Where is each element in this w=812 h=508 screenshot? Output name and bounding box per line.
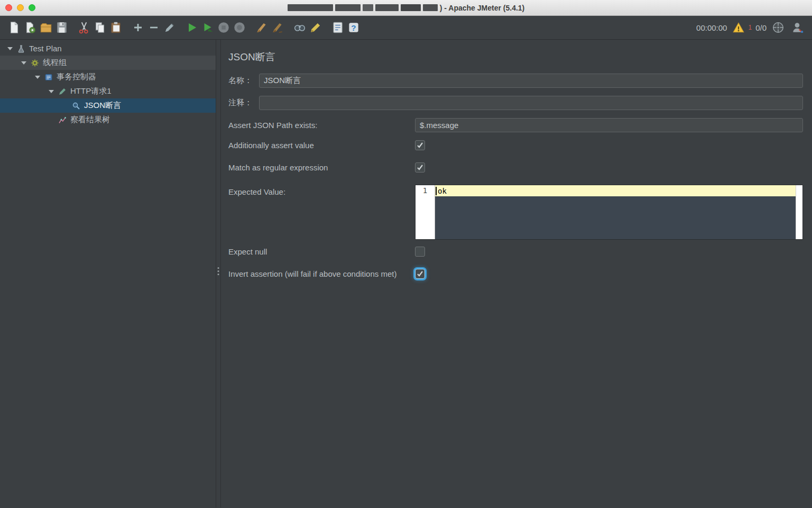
tree-item-label: 线程组 — [43, 58, 67, 68]
traffic-lights — [5, 4, 35, 11]
start-no-timers-icon[interactable] — [200, 20, 216, 35]
redacted-title-block — [288, 4, 333, 11]
test-plan-icon — [17, 44, 25, 53]
open-template-icon[interactable] — [22, 20, 38, 35]
view-results-tree-icon — [58, 116, 67, 124]
divider-grip-icon[interactable] — [218, 267, 219, 275]
tree-item-http-request[interactable]: HTTP请求1 — [0, 84, 216, 98]
minimize-button[interactable] — [17, 4, 24, 11]
shutdown-icon[interactable] — [232, 20, 247, 35]
save-icon[interactable] — [54, 20, 70, 35]
name-input[interactable] — [259, 74, 803, 88]
additionally-assert-label: Additionally assert value — [228, 141, 415, 150]
clear-icon[interactable] — [254, 20, 270, 35]
collapse-arrow-icon[interactable] — [35, 76, 40, 79]
invert-assertion-label: Invert assertion (will fail if above con… — [228, 269, 415, 278]
json-path-input[interactable] — [415, 118, 803, 132]
tree-item-label: JSON断言 — [84, 101, 121, 111]
line-number: 1 — [423, 186, 427, 195]
window-title: ) - Apache JMeter (5.4.1) — [288, 4, 525, 12]
jmeter-window: ) - Apache JMeter (5.4.1) ? 00:00:00 — [0, 0, 812, 507]
json-assertion-icon — [72, 102, 80, 110]
user-settings-icon[interactable] — [790, 20, 806, 35]
expected-value-label: Expected Value: — [228, 185, 415, 196]
toggle-element-icon[interactable] — [162, 20, 178, 35]
warning-icon[interactable] — [731, 20, 746, 35]
editor-scrollbar[interactable] — [796, 185, 802, 239]
thread-group-icon — [31, 59, 39, 67]
new-file-icon[interactable] — [6, 20, 22, 35]
tree-item-json-assertion[interactable]: JSON断言 — [0, 98, 216, 113]
expected-value-row: Expected Value: 1 ok — [228, 185, 803, 240]
redacted-title-block — [363, 4, 373, 11]
match-regex-label: Match as regular expression — [228, 163, 415, 172]
expect-null-row: Expect null — [228, 247, 803, 257]
match-regex-checkbox[interactable] — [415, 162, 425, 173]
invert-assertion-checkbox[interactable] — [415, 269, 425, 279]
match-regex-row: Match as regular expression — [228, 162, 803, 173]
tree-item-label: HTTP请求1 — [70, 86, 112, 96]
split-divider[interactable] — [216, 40, 221, 507]
collapse-arrow-icon[interactable] — [21, 61, 26, 65]
help-icon[interactable]: ? — [346, 20, 362, 35]
tree-item-test-plan[interactable]: Test Plan — [0, 41, 216, 56]
tree-item-transaction-controller[interactable]: 事务控制器 — [0, 70, 216, 84]
redacted-title-block — [401, 4, 421, 11]
copy-icon[interactable] — [92, 20, 108, 35]
expected-value-editor[interactable]: 1 ok — [415, 185, 803, 240]
redacted-title-block — [335, 4, 361, 11]
reset-search-icon[interactable] — [308, 20, 324, 35]
tree-item-view-results-tree[interactable]: 察看结果树 — [0, 113, 216, 127]
help-glyph: ? — [351, 23, 356, 32]
comment-label: 注释： — [228, 98, 259, 108]
expand-all-icon[interactable] — [130, 20, 146, 35]
page-title: JSON断言 — [228, 50, 803, 64]
json-path-row: Assert JSON Path exists: — [228, 118, 803, 132]
toolbar-status-area: 00:00:00 1 0/0 — [696, 20, 806, 35]
line-number-gutter: 1 — [416, 185, 435, 239]
comment-input[interactable] — [259, 96, 803, 110]
collapse-all-icon[interactable] — [146, 20, 162, 35]
redacted-title-block — [423, 4, 438, 11]
comment-row: 注释： — [228, 96, 803, 110]
zoom-button[interactable] — [29, 4, 35, 11]
clear-all-icon[interactable] — [270, 20, 285, 35]
function-helper-icon[interactable] — [330, 20, 346, 35]
stop-icon[interactable] — [216, 20, 232, 35]
log-error-count: 1 — [748, 24, 752, 31]
paste-icon[interactable] — [108, 20, 124, 35]
tree-item-label: 察看结果树 — [70, 115, 110, 125]
expect-null-checkbox[interactable] — [415, 247, 425, 257]
active-threads-count: 0/0 — [755, 23, 767, 32]
window-title-text: ) - Apache JMeter (5.4.1) — [440, 4, 525, 12]
http-request-icon — [58, 87, 67, 96]
tree-item-label: 事务控制器 — [57, 72, 96, 82]
invert-assertion-row: Invert assertion (will fail if above con… — [228, 269, 803, 279]
additionally-assert-row: Additionally assert value — [228, 140, 803, 150]
close-button[interactable] — [5, 4, 12, 11]
expected-value-text: ok — [438, 187, 447, 195]
tree-item-label: Test Plan — [29, 44, 62, 53]
open-file-icon[interactable] — [38, 20, 54, 35]
additionally-assert-checkbox[interactable] — [415, 140, 425, 150]
elapsed-timer: 00:00:00 — [696, 23, 727, 32]
json-path-label: Assert JSON Path exists: — [228, 121, 415, 130]
titlebar: ) - Apache JMeter (5.4.1) — [0, 0, 812, 16]
redacted-title-block — [375, 4, 399, 11]
cut-icon[interactable] — [76, 20, 92, 35]
current-line: ok — [435, 185, 796, 196]
tree-item-thread-group[interactable]: 线程组 — [0, 56, 216, 70]
toolbar: ? 00:00:00 1 0/0 — [0, 16, 812, 40]
test-plan-tree: Test Plan 线程组 事务控制器 HTTP请求1 JSON断言 — [0, 40, 216, 507]
expect-null-label: Expect null — [228, 247, 415, 256]
text-caret — [436, 187, 437, 195]
name-row: 名称： — [228, 74, 803, 88]
collapse-arrow-icon[interactable] — [7, 47, 13, 50]
transaction-controller-icon — [44, 73, 53, 81]
code-area[interactable]: ok — [435, 185, 796, 239]
search-icon[interactable] — [292, 20, 308, 35]
collapse-arrow-icon[interactable] — [49, 90, 54, 93]
json-assertion-panel: JSON断言 名称： 注释： Assert JSON Path exists: … — [221, 40, 812, 507]
start-icon[interactable] — [184, 20, 200, 35]
target-icon[interactable] — [770, 20, 786, 35]
